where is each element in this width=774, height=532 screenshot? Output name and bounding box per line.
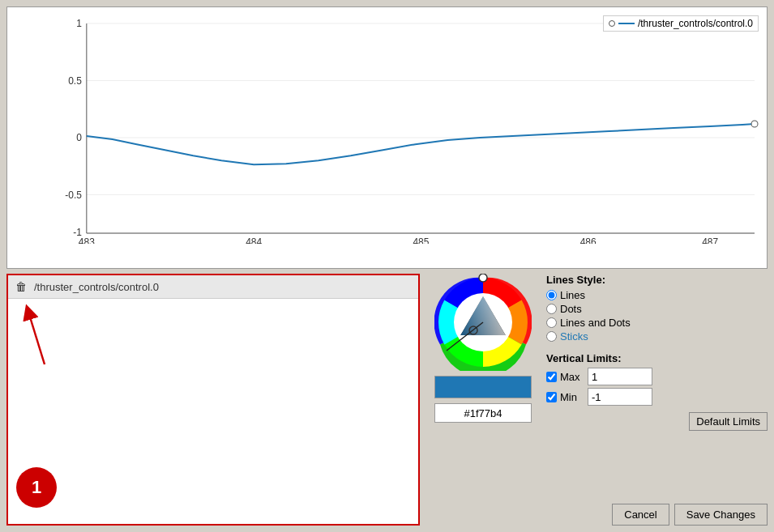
radio-sticks-input[interactable] — [546, 331, 557, 342]
svg-text:0: 0 — [76, 132, 82, 143]
radio-lines-dots[interactable]: Lines and Dots — [546, 317, 768, 329]
series-item-label: /thruster_controls/control.0 — [34, 281, 159, 293]
radio-dots-label: Dots — [560, 303, 582, 315]
max-checkbox[interactable] — [546, 372, 557, 382]
max-value-input[interactable]: 1 — [588, 368, 652, 385]
svg-point-25 — [479, 274, 487, 282]
svg-text:485: 485 — [413, 236, 429, 244]
color-wheel-svg[interactable] — [434, 274, 532, 371]
action-buttons: Cancel Save Changes — [546, 504, 768, 526]
radio-lines-dots-label: Lines and Dots — [560, 317, 631, 329]
vertical-limits-title: Vertical Limits: — [546, 352, 768, 364]
radio-sticks-label: Sticks — [560, 330, 588, 343]
legend-dot — [609, 20, 615, 27]
radio-lines[interactable]: Lines — [546, 289, 768, 301]
default-limits-button[interactable]: Default Limits — [689, 412, 768, 431]
svg-text:1: 1 — [76, 18, 82, 29]
lines-style-group: Lines Style: Lines Dots Lines and Dots S… — [546, 274, 768, 344]
radio-dots[interactable]: Dots — [546, 303, 768, 315]
svg-text:-0.5: -0.5 — [65, 189, 82, 201]
max-label: Max — [560, 371, 584, 383]
svg-point-17 — [751, 121, 758, 127]
series-delete-icon[interactable]: 🗑 — [13, 279, 29, 295]
radio-lines-dots-input[interactable] — [546, 317, 557, 328]
radio-dots-input[interactable] — [546, 304, 557, 314]
bottom-panel: 🗑 /thruster_controls/control.0 1 — [6, 274, 768, 526]
radio-lines-label: Lines — [560, 289, 585, 301]
series-list: 🗑 /thruster_controls/control.0 1 — [6, 274, 420, 526]
chart-legend: /thruster_controls/control.0 — [603, 15, 759, 32]
svg-text:483: 483 — [79, 236, 95, 244]
svg-text:487: 487 — [702, 236, 718, 244]
min-checkbox[interactable] — [546, 392, 557, 402]
svg-text:484: 484 — [246, 236, 262, 244]
svg-text:486: 486 — [580, 236, 597, 244]
min-value-input[interactable]: -1 — [588, 388, 652, 406]
color-wheel[interactable] — [434, 274, 532, 371]
max-limit-row: Max 1 — [546, 368, 768, 385]
chart-area: /thruster_controls/control.0 1 0.5 0 -0.… — [6, 6, 768, 269]
vertical-limits-group: Vertical Limits: Max 1 Min -1 Default Li… — [546, 352, 768, 431]
min-limit-row: Min -1 — [546, 388, 768, 406]
radio-lines-input[interactable] — [546, 290, 557, 300]
annotation-arrow-svg — [20, 304, 69, 368]
main-container: /thruster_controls/control.0 1 0.5 0 -0.… — [0, 0, 774, 532]
legend-line-sample — [618, 23, 635, 24]
legend-label: /thruster_controls/control.0 — [638, 18, 753, 29]
lines-style-title: Lines Style: — [546, 274, 768, 286]
radio-sticks[interactable]: Sticks — [546, 330, 768, 343]
annotation-number: 1 — [32, 477, 41, 498]
chart-svg: 1 0.5 0 -0.5 -1 483 484 485 486 487 — [48, 15, 759, 244]
save-changes-button[interactable]: Save Changes — [674, 504, 768, 526]
cancel-button[interactable]: Cancel — [612, 504, 669, 526]
annotation-circle: 1 — [16, 467, 57, 508]
svg-text:0.5: 0.5 — [68, 75, 82, 87]
series-item[interactable]: 🗑 /thruster_controls/control.0 — [8, 275, 418, 299]
right-panel: Lines Style: Lines Dots Lines and Dots S… — [546, 274, 768, 526]
color-picker-area: #1f77b4 — [426, 274, 540, 526]
color-hex-input[interactable]: #1f77b4 — [434, 403, 532, 423]
color-swatch[interactable] — [434, 376, 532, 398]
svg-line-19 — [28, 312, 45, 364]
min-label: Min — [560, 391, 584, 403]
